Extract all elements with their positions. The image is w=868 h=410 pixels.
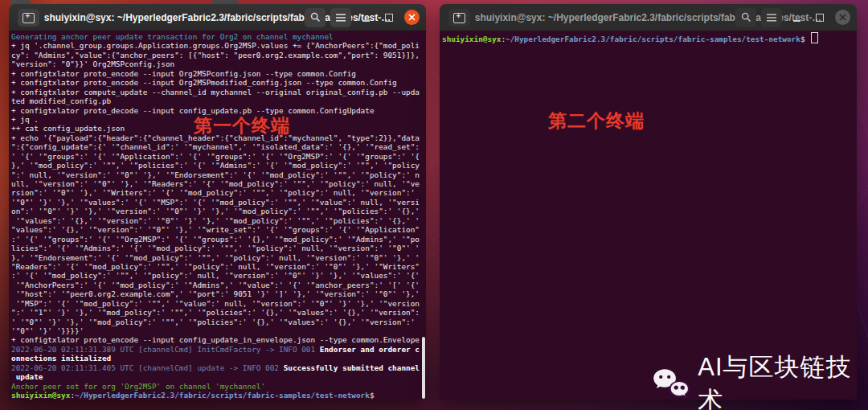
terminal-text-segment: },' '"mod_policy":' '"",' '"policies":' …	[11, 161, 420, 170]
terminal-text-segment: Endorser and orderer c	[320, 345, 420, 354]
terminal-text-segment: },' '"Endorsement":' '{' '"mod_policy":'…	[11, 253, 420, 262]
hamburger-menu-icon	[336, 14, 346, 22]
menu-button[interactable]	[761, 8, 782, 27]
terminal-text-segment: shuiyixin@syx	[442, 35, 501, 43]
terminal-line: "version": "0"}}' Org2MSPconfig.json	[11, 59, 426, 68]
terminal-line: ull, '"version":' '"0"' '},' '"Readers":…	[11, 179, 426, 188]
terminal-line: :' '{' '"groups":' '{' '"Org2MSP":' '{' …	[11, 235, 426, 244]
terminal-cursor	[811, 32, 818, 43]
terminal-text-segment: '"host":' '"peer0.org2.example.com",' '"…	[11, 289, 420, 298]
terminal-text-segment: ull, '"version":' '"0"' '},' '"Readers":…	[11, 179, 420, 188]
terminal-window-right: shuiyixin@syx: ~/HyperledgerFabric2.3/fa…	[440, 4, 857, 400]
terminal-text-segment: Anchor peer set for org 'Org2MSP' on cha…	[11, 382, 265, 391]
hamburger-menu-icon	[767, 14, 776, 22]
terminal-window-left: shuiyixin@syx: ~/HyperledgerFabric2.3/fa…	[9, 4, 426, 400]
terminal-text-segment: 2022-06-20 02:11:31.405 UTC [channelCmd]…	[11, 363, 284, 372]
terminal-line: '"0"' '}' '}}}}'	[11, 326, 426, 335]
terminal-line: ' '"0"' '}' '},' '"mod_policy":' '"",' '…	[11, 318, 426, 326]
terminal-text-segment: + jq '.channel_group.groups.Application.…	[11, 41, 420, 50]
annotation-second-terminal: 第二个终端	[548, 109, 645, 133]
terminal-line: + jq '.channel_group.groups.Application.…	[11, 41, 426, 50]
terminal-line: on":' '"0"' '}' '},' '"version":' '"0"' …	[11, 207, 426, 215]
terminal-text-segment: $	[800, 35, 809, 43]
terminal-line: + configtxlator proto_encode --input con…	[11, 335, 426, 344]
terminal-text-segment: + configtxlator proto_encode --input Org…	[11, 69, 356, 78]
terminal-text-segment: '"MSP":' '{' '"mod_policy":' '"",' '"val…	[11, 299, 420, 308]
terminal-text-segment: ~/HyperledgerFabric2.3/fabric/scripts/fa…	[75, 391, 370, 400]
terminal-text-segment: Successfully submitted channel	[284, 363, 420, 372]
maximize-icon	[816, 14, 824, 22]
new-tab-icon	[23, 13, 35, 23]
watermark-label: AI与区块链技术	[698, 351, 868, 410]
terminal-line: rsion":' '"0"' '},' '"Writers":' '{' '"m…	[11, 188, 426, 197]
maximize-button[interactable]	[811, 8, 829, 27]
terminal-text-segment: cy": "Admins","value":{"anchor_peers": […	[11, 51, 420, 59]
terminal-body[interactable]: shuiyixin@syx:~/HyperledgerFabric2.3/fab…	[440, 31, 857, 400]
scrollbar-thumb[interactable]	[422, 337, 425, 399]
terminal-text-segment: + configtxlator compute_update --channel…	[11, 88, 420, 96]
terminal-output: Generating anchor peer update transactio…	[11, 32, 426, 400]
terminal-text-segment: ":{"config_update":{' '"channel_id":' '"…	[11, 142, 420, 151]
terminal-text-segment: '"0"' '}' '}}}}'	[11, 326, 84, 335]
minimize-icon	[793, 20, 800, 22]
maximize-button[interactable]	[380, 8, 398, 27]
terminal-body[interactable]: Generating anchor peer update transactio…	[9, 31, 426, 400]
search-button[interactable]	[305, 8, 326, 27]
terminal-text-segment: "Readers":' '{' '"mod_policy":' '"",' '"…	[11, 262, 420, 271]
terminal-line: ted modified_config.pb	[11, 96, 426, 105]
terminal-text-segment: + configtxlator proto_encode --input Org…	[11, 78, 397, 87]
maximize-icon	[385, 14, 393, 22]
new-tab-button[interactable]	[448, 9, 470, 27]
terminal-text-segment: '"values":' '{},' '"version":' '"0"' '}'…	[11, 216, 420, 225]
annotation-first-terminal: 第一个终端	[194, 113, 290, 138]
titlebar[interactable]: shuiyixin@syx: ~/HyperledgerFabric2.3/fa…	[440, 4, 857, 31]
terminal-text-segment: + configtxlator proto_decode --input con…	[11, 106, 375, 115]
terminal-text-segment: ' '{' '"groups":' '{' '"Application":' '…	[11, 152, 420, 161]
terminal-line: shuiyixin@syx:~/HyperledgerFabric2.3/fab…	[11, 391, 426, 400]
terminal-text-segment: '"0"' '}' '},' '"values":' '{' '"MSP":' …	[11, 198, 420, 207]
terminal-line: cy": "Admins","value":{"anchor_peers": […	[11, 51, 426, 59]
minimize-button[interactable]	[788, 8, 805, 27]
terminal-line: },' '"mod_policy":' '"",' '"policies":' …	[11, 161, 426, 170]
terminal-line: "values":' '{},' '"version":' '"0"' '},'…	[11, 225, 426, 234]
terminal-text-segment: ++ cat config_update.json	[11, 124, 125, 133]
terminal-text-segment: ~/HyperledgerFabric2.3/fabric/scripts/fa…	[506, 35, 800, 43]
terminal-line: + configtxlator proto_encode --input Org…	[11, 69, 426, 78]
close-button[interactable]	[835, 10, 850, 25]
terminal-line: '"AnchorPeers":' '{' '"mod_policy":' '"A…	[11, 281, 426, 289]
terminal-line: + configtxlator proto_encode --input Org…	[11, 78, 426, 87]
terminal-line: update	[11, 372, 426, 381]
terminal-line: ' '{' '"groups":' '{' '"Application":' '…	[11, 152, 426, 161]
wechat-icon	[651, 367, 692, 403]
terminal-line: ":{"config_update":{' '"channel_id":' '"…	[11, 142, 426, 151]
terminal-line: '"values":' '{},' '"version":' '"0"' '}'…	[11, 216, 426, 225]
close-icon	[408, 14, 416, 21]
terminal-line: "Readers":' '{' '"mod_policy":' '"",' '"…	[11, 262, 426, 271]
close-button[interactable]	[404, 10, 420, 25]
search-button[interactable]	[735, 8, 756, 27]
terminal-line: '"MSP":' '{' '"mod_policy":' '"",' '"val…	[11, 299, 426, 308]
terminal-text-segment: :' '{' '"groups":' '{' '"Org2MSP":' '{' …	[11, 235, 420, 244]
terminal-line: 2022-06-20 02:11:31.405 UTC [channelCmd]…	[11, 363, 426, 372]
terminal-output: shuiyixin@syx:~/HyperledgerFabric2.3/fab…	[442, 32, 857, 41]
terminal-line: '"0"' '}' '},' '"values":' '{' '"MSP":' …	[11, 198, 426, 207]
terminal-line: + configtxlator compute_update --channel…	[11, 88, 426, 96]
terminal-text-segment: Generating anchor peer update transactio…	[11, 32, 334, 41]
terminal-text-segment: $	[370, 391, 375, 400]
terminal-line: licies":' '{' '"Admins":' '{' '"mod_poli…	[11, 244, 426, 252]
terminal-line: 2022-06-20 02:11:31.389 UTC [channelCmd]…	[11, 345, 426, 354]
terminal-text-segment: '"AnchorPeers":' '{' '"mod_policy":' '"A…	[11, 281, 420, 289]
terminal-line: '"host":' '"peer0.org2.example.com",' '"…	[11, 289, 426, 298]
menu-button[interactable]	[330, 8, 351, 27]
titlebar[interactable]: shuiyixin@syx: ~/HyperledgerFabric2.3/fa…	[9, 4, 426, 31]
terminal-text-segment: :' '{' '"mod_policy":' '"",' '"policy":'…	[11, 271, 420, 280]
new-tab-button[interactable]	[18, 9, 39, 27]
terminal-line: ":' null, '"version":' '"0"' '},' '"Endo…	[11, 170, 426, 179]
terminal-line: onnections initialized	[11, 354, 426, 363]
minimize-icon	[362, 20, 370, 22]
terminal-line: shuiyixin@syx:~/HyperledgerFabric2.3/fab…	[442, 32, 857, 41]
terminal-text-segment: rsion":' '"0"' '},' '"Writers":' '{' '"m…	[11, 188, 415, 197]
minimize-button[interactable]	[357, 8, 375, 27]
terminal-line: Anchor peer set for org 'Org2MSP' on cha…	[11, 382, 426, 391]
terminal-text-segment: "values":' '{},' '"version":' '"0"' '},'…	[11, 225, 420, 234]
